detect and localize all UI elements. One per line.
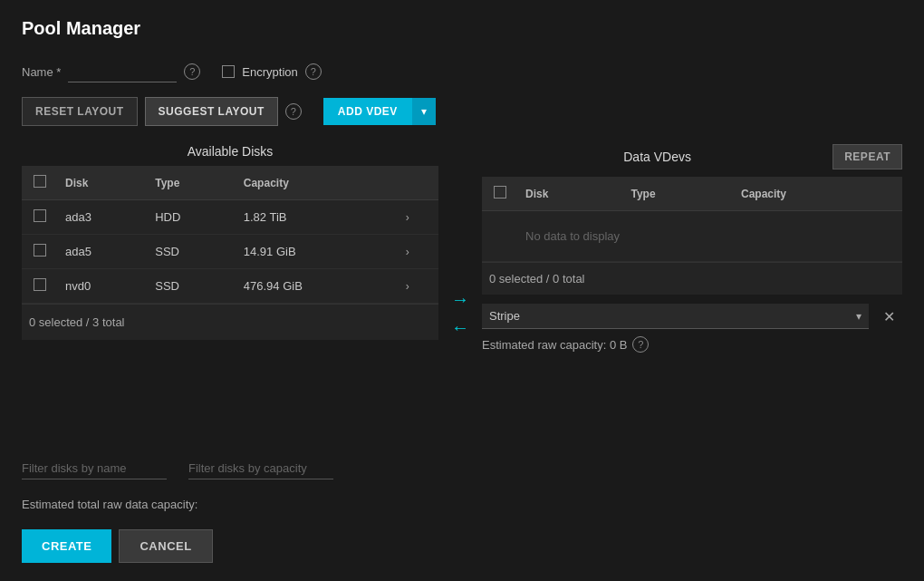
available-disks-table: Disk Type Capacity ada3 HDD 1.82 TiB › (22, 166, 438, 304)
arrow-left-button[interactable]: ← (451, 317, 469, 338)
stripe-select[interactable]: Stripe Mirror RAIDZ1 RAIDZ2 RAIDZ3 (482, 304, 869, 329)
available-disks-header: Available Disks (22, 144, 438, 159)
disk-nvd0-capacity: 476.94 GiB (236, 269, 399, 304)
estimated-raw-help-icon[interactable]: ? (632, 336, 649, 353)
disk-ada5-name: ada5 (58, 235, 148, 269)
data-vdevs-table: Disk Type Capacity No data to display (482, 177, 902, 262)
disk-nvd0-expand-icon[interactable]: › (406, 280, 409, 293)
available-disks-count: 0 selected / 3 total (22, 304, 438, 340)
disk-nvd0-name: nvd0 (58, 269, 148, 304)
chevron-down-icon: ▾ (421, 105, 427, 118)
type-col-header: Type (148, 166, 236, 200)
add-vdev-dropdown-button[interactable]: ▾ (412, 98, 436, 125)
filter-by-name-input[interactable] (22, 458, 167, 479)
disk-nvd0-checkbox[interactable] (34, 278, 46, 291)
disk-ada3-expand-icon[interactable]: › (406, 211, 409, 224)
disk-ada3-checkbox[interactable] (34, 209, 46, 222)
transfer-arrows: → ← (438, 144, 482, 447)
disk-ada3-type: HDD (148, 200, 236, 235)
name-input[interactable] (68, 61, 177, 82)
vdev-type-col-header: Type (624, 177, 734, 211)
vdev-selected-count: 0 selected / 0 total (482, 262, 902, 295)
select-all-vdevs-checkbox[interactable] (494, 186, 506, 199)
reset-layout-button[interactable]: RESET LAYOUT (22, 97, 138, 126)
disk-nvd0-type: SSD (148, 269, 236, 304)
repeat-button[interactable]: REPEAT (833, 144, 902, 169)
estimated-total-label: Estimated total raw data capacity: (22, 498, 902, 511)
page-title: Pool Manager (22, 18, 902, 39)
disk-ada3-capacity: 1.82 TiB (236, 200, 399, 235)
name-help-icon[interactable]: ? (184, 63, 200, 80)
no-data-message: No data to display (518, 211, 902, 262)
encryption-label: Encryption (242, 65, 297, 79)
filter-by-capacity-input[interactable] (188, 458, 333, 479)
add-vdev-button[interactable]: ADD VDEV (323, 98, 412, 125)
disk-ada3-name: ada3 (58, 200, 148, 235)
arrow-right-button[interactable]: → (451, 289, 469, 310)
table-row: ada3 HDD 1.82 TiB › (22, 200, 438, 235)
close-vdev-button[interactable]: ✕ (876, 305, 902, 329)
cancel-button[interactable]: CANCEL (119, 529, 212, 563)
add-vdev-container: ADD VDEV ▾ (323, 98, 436, 125)
disk-ada5-capacity: 14.91 GiB (236, 235, 399, 269)
estimated-raw-label: Estimated raw capacity: 0 B (482, 338, 627, 352)
encryption-checkbox[interactable] (222, 65, 235, 78)
disk-ada5-type: SSD (148, 235, 236, 269)
table-row: ada5 SSD 14.91 GiB › (22, 235, 438, 269)
encryption-help-icon[interactable]: ? (305, 63, 322, 80)
table-row: No data to display (482, 211, 902, 262)
suggest-layout-button[interactable]: SUGGEST LAYOUT (145, 97, 278, 126)
table-row: nvd0 SSD 476.94 GiB › (22, 269, 438, 304)
disk-ada5-checkbox[interactable] (34, 244, 46, 257)
select-all-disks-checkbox[interactable] (34, 175, 46, 188)
vdev-disk-col-header: Disk (518, 177, 624, 211)
create-button[interactable]: CREATE (22, 529, 111, 563)
suggest-help-icon[interactable]: ? (285, 103, 302, 120)
disk-col-header: Disk (58, 166, 148, 200)
name-label: Name * (22, 65, 61, 79)
disk-ada5-expand-icon[interactable]: › (406, 246, 409, 258)
vdev-capacity-col-header: Capacity (734, 177, 902, 211)
data-vdevs-header: Data VDevs (482, 150, 833, 164)
capacity-col-header: Capacity (236, 166, 399, 200)
